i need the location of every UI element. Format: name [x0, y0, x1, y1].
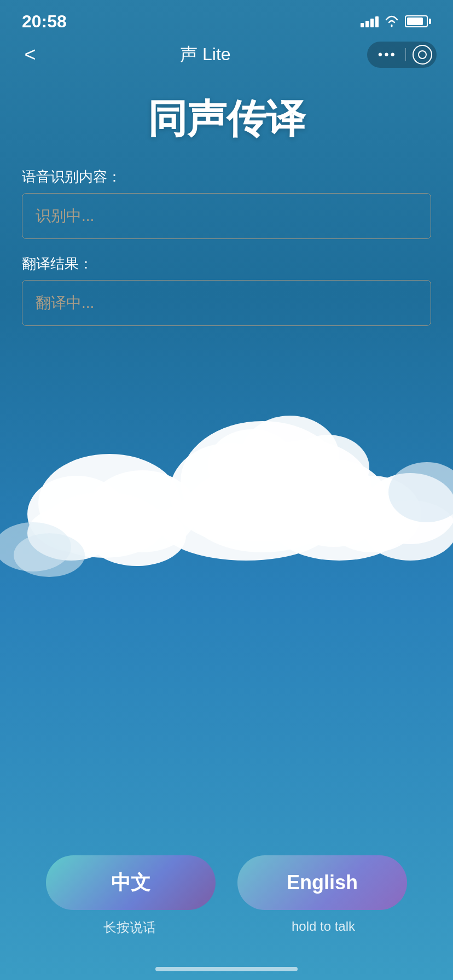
translation-label: 翻译结果： [22, 254, 431, 273]
more-button[interactable]: ••• [371, 47, 403, 62]
battery-icon [405, 15, 431, 27]
svg-point-15 [287, 435, 369, 500]
cloud-illustration [0, 317, 453, 634]
chinese-button[interactable]: 中文 [46, 855, 216, 910]
nav-title: 声 Lite [180, 43, 230, 67]
record-icon [418, 50, 427, 59]
english-hint: hold to talk [226, 919, 420, 936]
chinese-hint: 长按说话 [33, 919, 226, 936]
back-button[interactable]: < [16, 43, 44, 66]
nav-actions: ••• [367, 42, 437, 68]
recognition-box[interactable]: 识别中... [22, 193, 431, 239]
status-icons [361, 15, 431, 27]
record-button[interactable] [413, 45, 432, 65]
nav-divider [405, 48, 406, 61]
cloud-area [0, 317, 453, 634]
english-button[interactable]: English [237, 855, 407, 910]
recognition-label: 语音识别内容： [22, 167, 431, 186]
signal-icon [361, 15, 379, 27]
button-hints: 长按说话 hold to talk [27, 919, 426, 936]
status-time: 20:58 [22, 11, 67, 32]
svg-point-21 [14, 533, 85, 577]
wifi-icon [384, 15, 399, 27]
buttons-row: 中文 English [27, 855, 426, 910]
page-title: 同声传译 [0, 77, 453, 167]
bottom-section: 中文 English 长按说话 hold to talk [0, 855, 453, 936]
home-indicator [155, 967, 298, 971]
status-bar: 20:58 [0, 0, 453, 33]
form-section: 语音识别内容： 识别中... 翻译结果： 翻译中... [0, 167, 453, 326]
nav-bar: < 声 Lite ••• [0, 33, 453, 77]
